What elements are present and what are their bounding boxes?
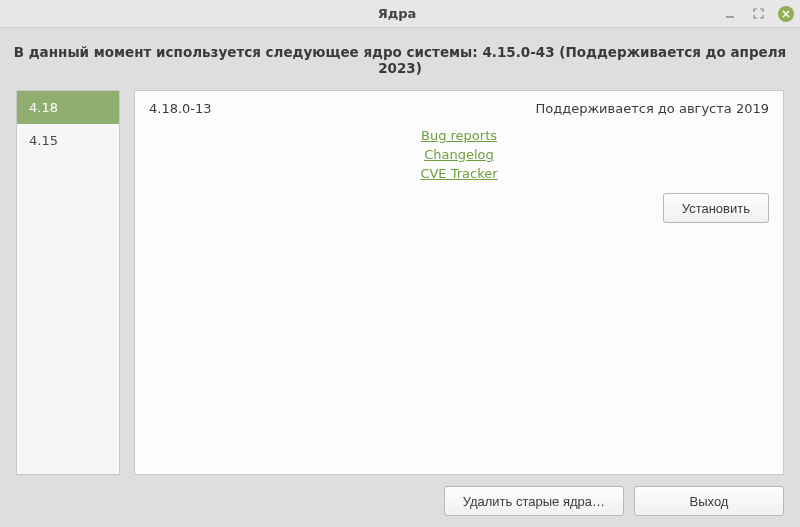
close-button[interactable] <box>778 6 794 22</box>
kernel-manager-window: Ядра В данный момент использует <box>0 0 800 527</box>
changelog-link[interactable]: Changelog <box>424 147 494 162</box>
install-button[interactable]: Установить <box>663 193 769 223</box>
window-title: Ядра <box>378 6 417 21</box>
sidebar-item-label: 4.18 <box>29 100 58 115</box>
titlebar: Ядра <box>0 0 800 28</box>
kernel-series-sidebar: 4.18 4.15 <box>16 90 120 475</box>
sidebar-item-label: 4.15 <box>29 133 58 148</box>
sidebar-item-4-15[interactable]: 4.15 <box>17 124 119 157</box>
kernel-links: Bug reports Changelog CVE Tracker <box>149 128 769 181</box>
main-area: 4.18 4.15 4.18.0-13 Поддерживается до ав… <box>0 90 800 475</box>
minimize-button[interactable] <box>722 6 738 22</box>
sidebar-item-4-18[interactable]: 4.18 <box>17 91 119 124</box>
remove-old-kernels-button[interactable]: Удалить старые ядра… <box>444 486 624 516</box>
kernel-support-text: Поддерживается до августа 2019 <box>535 101 769 116</box>
maximize-button[interactable] <box>750 6 766 22</box>
install-row: Установить <box>149 193 769 223</box>
bug-reports-link[interactable]: Bug reports <box>421 128 497 143</box>
kernel-details-panel: 4.18.0-13 Поддерживается до августа 2019… <box>134 90 784 475</box>
kernel-row: 4.18.0-13 Поддерживается до августа 2019 <box>149 101 769 116</box>
exit-button[interactable]: Выход <box>634 486 784 516</box>
current-kernel-message: В данный момент используется следующее я… <box>0 28 800 90</box>
footer: Удалить старые ядра… Выход <box>0 475 800 527</box>
kernel-version: 4.18.0-13 <box>149 101 212 116</box>
cve-tracker-link[interactable]: CVE Tracker <box>420 166 497 181</box>
